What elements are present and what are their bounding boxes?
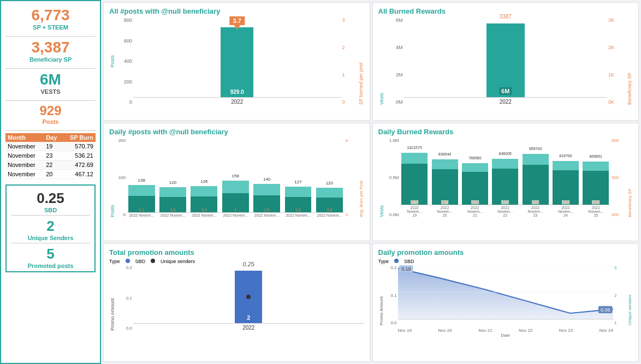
svg-text:0.06: 0.06 bbox=[601, 306, 610, 313]
chart4-bar-group: 836044 467 bbox=[430, 159, 459, 205]
chart2-bottom-label: 6M bbox=[499, 87, 512, 95]
beneficiary-sp-value: 3,387 bbox=[5, 39, 96, 56]
chart6-area: Promo Amount 0.2 0.1 0.0 bbox=[378, 265, 633, 325]
chart2-y-ticks: 6M 4M 2M 0M bbox=[385, 17, 404, 105]
right-content: All #posts with @null beneficiary Posts … bbox=[101, 0, 641, 364]
chart-daily-posts: Daily #posts with @null beneficiary Post… bbox=[103, 123, 370, 241]
chart3-bar-group: 138 4.1 bbox=[127, 185, 156, 212]
chart3-bar-group: 120 3.9 bbox=[158, 187, 187, 212]
chart3-title: Daily #posts with @null beneficiary bbox=[109, 128, 364, 136]
chart3-x-labels: 2022 Novem...2022 Novem...2022 Novem...2… bbox=[127, 213, 345, 217]
left-panel: 6,773 SP + STEEM 3,387 Beneficiary SP 6M… bbox=[0, 0, 101, 364]
chart4-y-right-label: Beneficiary SP bbox=[627, 138, 633, 217]
table-row: November23536.21 bbox=[5, 151, 96, 160]
chart6-y-right-axis-label: Unique senders bbox=[627, 265, 633, 325]
chart2-bar-group: 3387 6M bbox=[478, 23, 533, 97]
chart2-y-left-label: Vests bbox=[378, 17, 385, 105]
chart5-inside-label: 2 bbox=[247, 314, 250, 321]
table-row: November19570.79 bbox=[5, 142, 96, 151]
chart5-y-left-axis-label: Promo Amount bbox=[109, 265, 116, 331]
chart2-x-label: 2022 bbox=[404, 99, 608, 105]
chart2-bars: 3387 6M bbox=[404, 17, 608, 98]
chart2-top-label: 3387 bbox=[500, 14, 512, 20]
table-header-day: Day bbox=[44, 133, 62, 142]
chart4-bar-group: 819700 459 bbox=[551, 161, 580, 205]
chart5-top-label: 0.25 bbox=[243, 261, 254, 267]
chart1-title: All #posts with @null beneficiary bbox=[109, 7, 364, 15]
chart6-y-left-axis-label: Promo Amount bbox=[378, 265, 384, 325]
vests-value: 6M bbox=[5, 71, 96, 88]
chart6-y-left-ticks: 0.2 0.1 0.0 bbox=[384, 265, 398, 325]
beneficiary-sp-label: Beneficiary SP bbox=[5, 56, 96, 63]
chart1-area: Posts 800 600 400 200 0 3.7 bbox=[109, 17, 364, 105]
promoted-posts-label: Promoted posts bbox=[7, 262, 94, 269]
chart3-bar-group: 127 3.6 bbox=[283, 187, 313, 212]
chart4-bar-group: 959700 536 bbox=[521, 154, 550, 205]
legend6-sbd: SBD bbox=[404, 259, 414, 264]
chart1-bars: 3.7 929.0 bbox=[133, 17, 341, 98]
chart3-y-left-label: Posts bbox=[109, 138, 116, 217]
sbd-value: 0.25 bbox=[7, 190, 94, 207]
chart1-y-right-ticks: 3 2 1 0 bbox=[341, 17, 358, 105]
unique-senders-block: 2 Unique Senders bbox=[7, 218, 94, 241]
chart4-bar-group: 809851 452 bbox=[581, 162, 610, 205]
sp-burn-table: Month Day SP Burn November19570.79Novemb… bbox=[5, 133, 96, 179]
chart3-bar-group: 120 3.8 bbox=[314, 188, 344, 212]
chart4-bar-group: 1021575 571 bbox=[400, 153, 429, 205]
chart1-bar: 3.7 929.0 bbox=[221, 27, 253, 97]
chart1-y-left-label: Posts bbox=[109, 55, 116, 68]
chart5-bar: 0.25 2 bbox=[235, 271, 262, 323]
sp-steem-value: 6,773 bbox=[5, 7, 96, 24]
chart1-bar-group: 3.7 929.0 bbox=[215, 27, 259, 97]
chart4-title: Daily Burned Rewards bbox=[378, 128, 633, 136]
chart4-y-ticks: 1.0M 0.5M 0.0M bbox=[385, 138, 400, 217]
chart2-y-right-ticks: 3K 2K 1K 0K bbox=[607, 17, 626, 105]
chart3-bar-group: 158 3 bbox=[221, 181, 250, 212]
chart5-area: Promo Amount 0.2 0.1 0.0 0.25 2 bbox=[109, 265, 364, 331]
chart3-main: 138 4.1 120 3.9 126 3. bbox=[127, 138, 345, 217]
chart3-bar-group: 140 3.8 bbox=[252, 184, 281, 212]
chart5-bar-group: 0.25 2 bbox=[227, 271, 270, 323]
legend-unique: Unique senders bbox=[161, 259, 195, 264]
chart4-y-right-ticks: 600 500 400 bbox=[610, 138, 627, 217]
chart-daily-promo: Daily promotion amounts Type SBD Promo A… bbox=[372, 243, 639, 362]
sp-steem-label: SP + STEEM bbox=[5, 24, 96, 31]
chart4-bars: 1021575 571 836044 467 768580 bbox=[400, 138, 611, 205]
chart5-bars: 0.25 2 bbox=[133, 265, 364, 324]
chart-all-posts: All #posts with @null beneficiary Posts … bbox=[103, 2, 370, 121]
sbd-block: 0.25 SBD bbox=[7, 190, 94, 213]
chart4-main: 1021575 571 836044 467 768580 bbox=[400, 138, 611, 217]
chart1-main: 3.7 929.0 2022 bbox=[133, 17, 341, 105]
table-header-spburn: SP Burn bbox=[62, 133, 96, 142]
chart3-y-right-label: Avg. Burn per Post bbox=[358, 138, 364, 217]
promoted-posts-block: 5 Promoted posts bbox=[7, 246, 94, 269]
chart5-x-label: 2022 bbox=[133, 325, 364, 331]
vests-block: 6M VESTS bbox=[5, 71, 96, 95]
chart2-main: 3387 6M 2022 bbox=[404, 17, 608, 105]
chart3-y-right-ticks: 4 3 bbox=[345, 138, 358, 217]
legend-type-label: Type bbox=[109, 259, 120, 264]
chart5-main: 0.25 2 2022 bbox=[133, 265, 364, 331]
promoted-posts-value: 5 bbox=[7, 246, 94, 262]
posts-label: Posts bbox=[5, 118, 96, 125]
chart6-svg: 0.19 0.06 bbox=[398, 265, 614, 325]
chart4-y-left-label: Vests bbox=[378, 138, 385, 217]
chart6-svg-container: 0.19 0.06 Nov 19 Nov 20 Nov 21 Nov 22 No… bbox=[398, 265, 614, 325]
chart2-y-right-label: Beneficiary SP bbox=[626, 17, 633, 105]
chart1-bar-bottom-label: 929.0 bbox=[230, 89, 244, 95]
unique-senders-label: Unique Senders bbox=[7, 235, 94, 241]
chart6-y-right-ticks: 3 2 1 bbox=[613, 265, 627, 325]
chart1-y-right-label: SP burned per post bbox=[358, 17, 364, 105]
chart3-bars: 138 4.1 120 3.9 126 3. bbox=[127, 138, 345, 213]
legend6-type: Type bbox=[378, 259, 389, 264]
chart5-y-ticks: 0.2 0.1 0.0 bbox=[116, 265, 133, 331]
chart4-bar-group: 768580 429 bbox=[460, 163, 489, 205]
vests-label: VESTS bbox=[5, 88, 96, 95]
posts-value: 929 bbox=[5, 103, 96, 118]
chart4-bar-group: 846005 473 bbox=[491, 159, 520, 205]
chart5-title: Total promotion amounts bbox=[109, 248, 364, 256]
chart6-date-label: Date bbox=[398, 333, 614, 338]
chart2-area: Vests 6M 4M 2M 0M 3387 6M bbox=[378, 17, 633, 105]
chart-daily-burned: Daily Burned Rewards Vests 1.0M 0.5M 0.0… bbox=[372, 123, 639, 241]
svg-text:0.19: 0.19 bbox=[401, 265, 411, 272]
